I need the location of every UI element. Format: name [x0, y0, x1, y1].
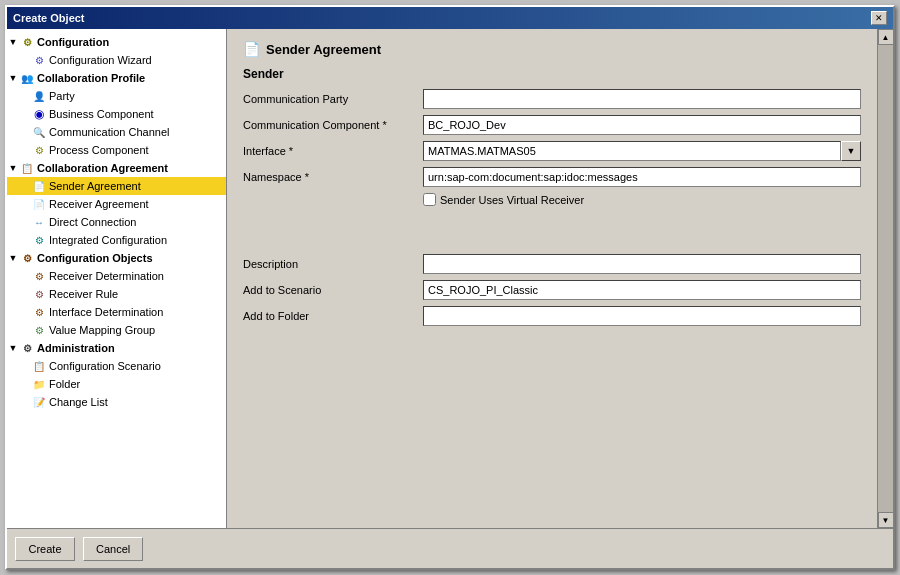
tree-item-label: Business Component	[49, 108, 154, 120]
gear-icon: ⚙	[19, 34, 35, 50]
communication-party-row: Communication Party	[243, 89, 861, 109]
wizard-icon: ⚙	[31, 52, 47, 68]
description-input[interactable]	[423, 254, 861, 274]
vertical-scrollbar[interactable]: ▲ ▼	[877, 29, 893, 528]
tree-item-party[interactable]: 👤 Party	[7, 87, 226, 105]
add-to-scenario-row: Add to Scenario	[243, 280, 861, 300]
tree-category-label: Configuration	[37, 36, 109, 48]
spacer	[243, 214, 861, 234]
namespace-input[interactable]	[423, 167, 861, 187]
close-button[interactable]: ✕	[871, 11, 887, 25]
spacer2	[243, 234, 861, 254]
profile-icon: 👥	[19, 70, 35, 86]
process-icon: ⚙	[31, 142, 47, 158]
tree-item-label: Receiver Determination	[49, 270, 164, 282]
communication-component-row: Communication Component	[243, 115, 861, 135]
integrated-config-icon: ⚙	[31, 232, 47, 248]
receiver-agreement-icon: 📄	[31, 196, 47, 212]
tree-item-label: Party	[49, 90, 75, 102]
scroll-up-button[interactable]: ▲	[878, 29, 894, 45]
tree-item-receiver-rule[interactable]: ⚙ Receiver Rule	[7, 285, 226, 303]
tree-category-collaboration-profile[interactable]: ▼ 👥 Collaboration Profile	[7, 69, 226, 87]
subsection-title: Sender	[243, 67, 861, 81]
tree-item-config-wizard[interactable]: ⚙ Configuration Wizard	[7, 51, 226, 69]
expand-icon: ▼	[7, 73, 19, 83]
right-form-panel: 📄 Sender Agreement Sender Communication …	[227, 29, 877, 528]
interface-browse-button[interactable]: ▼	[841, 141, 861, 161]
tree-category-administration[interactable]: ▼ ⚙ Administration	[7, 339, 226, 357]
virtual-receiver-row: Sender Uses Virtual Receiver	[243, 193, 861, 206]
tree-item-sender-agreement[interactable]: 📄 Sender Agreement	[7, 177, 226, 195]
tree-item-change-list[interactable]: 📝 Change List	[7, 393, 226, 411]
interface-row: Interface ▼	[243, 141, 861, 161]
tree-item-interface-determination[interactable]: ⚙ Interface Determination	[7, 303, 226, 321]
change-list-icon: 📝	[31, 394, 47, 410]
add-to-folder-row: Add to Folder	[243, 306, 861, 326]
interface-determination-icon: ⚙	[31, 304, 47, 320]
section-title: Sender Agreement	[266, 42, 381, 57]
tree-item-config-scenario[interactable]: 📋 Configuration Scenario	[7, 357, 226, 375]
tree-item-receiver-agreement[interactable]: 📄 Receiver Agreement	[7, 195, 226, 213]
expand-icon: ▼	[7, 253, 19, 263]
description-row: Description	[243, 254, 861, 274]
title-bar-controls: ✕	[871, 11, 887, 25]
direct-connection-icon: ↔	[31, 214, 47, 230]
interface-label: Interface	[243, 145, 423, 157]
tree-item-integrated-configuration[interactable]: ⚙ Integrated Configuration	[7, 231, 226, 249]
expand-icon: ▼	[7, 343, 19, 353]
add-to-folder-label: Add to Folder	[243, 310, 423, 322]
description-label: Description	[243, 258, 423, 270]
namespace-label: Namespace	[243, 171, 423, 183]
create-button[interactable]: Create	[15, 537, 75, 561]
virtual-receiver-checkbox[interactable]	[423, 193, 436, 206]
tree-category-collaboration-agreement[interactable]: ▼ 📋 Collaboration Agreement	[7, 159, 226, 177]
tree-item-label: Integrated Configuration	[49, 234, 167, 246]
tree-item-receiver-determination[interactable]: ⚙ Receiver Determination	[7, 267, 226, 285]
left-tree-panel: ▼ ⚙ Configuration ⚙ Configuration Wizard…	[7, 29, 227, 528]
create-object-dialog: Create Object ✕ ▼ ⚙ Configuration ⚙ Conf…	[5, 5, 895, 570]
tree-item-business-component[interactable]: ◉ Business Component	[7, 105, 226, 123]
config-objects-icon: ⚙	[19, 250, 35, 266]
tree-item-direct-connection[interactable]: ↔ Direct Connection	[7, 213, 226, 231]
interface-input-group: ▼	[423, 141, 861, 161]
tree-category-label: Configuration Objects	[37, 252, 153, 264]
tree-item-label: Change List	[49, 396, 108, 408]
tree-item-label: Direct Connection	[49, 216, 136, 228]
virtual-receiver-label: Sender Uses Virtual Receiver	[440, 194, 584, 206]
communication-component-input[interactable]	[423, 115, 861, 135]
tree-item-label: Sender Agreement	[49, 180, 141, 192]
tree-category-configuration[interactable]: ▼ ⚙ Configuration	[7, 33, 226, 51]
tree-item-value-mapping-group[interactable]: ⚙ Value Mapping Group	[7, 321, 226, 339]
tree-item-label: Communication Channel	[49, 126, 169, 138]
add-to-folder-input[interactable]	[423, 306, 861, 326]
tree-category-configuration-objects[interactable]: ▼ ⚙ Configuration Objects	[7, 249, 226, 267]
tree-item-label: Configuration Wizard	[49, 54, 152, 66]
communication-party-input[interactable]	[423, 89, 861, 109]
section-header: 📄 Sender Agreement	[243, 41, 861, 57]
tree-category-label: Collaboration Agreement	[37, 162, 168, 174]
expand-icon: ▼	[7, 163, 19, 173]
tree-item-communication-channel[interactable]: 🔍 Communication Channel	[7, 123, 226, 141]
communication-component-label: Communication Component	[243, 119, 423, 131]
add-to-scenario-label: Add to Scenario	[243, 284, 423, 296]
dialog-footer: Create Cancel	[7, 528, 893, 568]
tree-item-process-component[interactable]: ⚙ Process Component	[7, 141, 226, 159]
component-icon: ◉	[31, 106, 47, 122]
cancel-button[interactable]: Cancel	[83, 537, 143, 561]
tree-item-label: Configuration Scenario	[49, 360, 161, 372]
receiver-determination-icon: ⚙	[31, 268, 47, 284]
scroll-down-button[interactable]: ▼	[878, 512, 894, 528]
add-to-scenario-input[interactable]	[423, 280, 861, 300]
interface-input[interactable]	[423, 141, 841, 161]
tree-item-folder[interactable]: 📁 Folder	[7, 375, 226, 393]
channel-icon: 🔍	[31, 124, 47, 140]
sender-agreement-icon: 📄	[31, 178, 47, 194]
scroll-track	[878, 45, 893, 512]
agreement-icon: 📋	[19, 160, 35, 176]
communication-party-label: Communication Party	[243, 93, 423, 105]
tree-category-label: Collaboration Profile	[37, 72, 145, 84]
receiver-rule-icon: ⚙	[31, 286, 47, 302]
dialog-body: ▼ ⚙ Configuration ⚙ Configuration Wizard…	[7, 29, 893, 528]
folder-icon: 📁	[31, 376, 47, 392]
admin-icon: ⚙	[19, 340, 35, 356]
